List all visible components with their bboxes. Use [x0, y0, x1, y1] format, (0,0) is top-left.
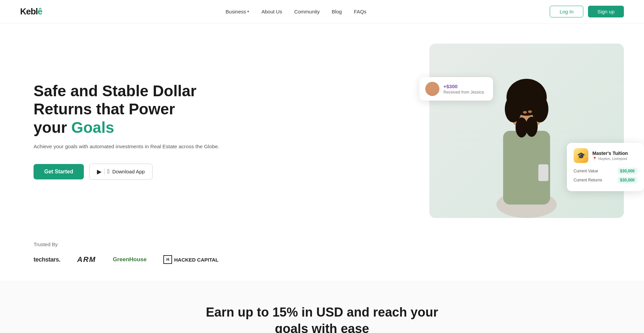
hero-actions: Get Started ▶  Download App: [34, 164, 221, 180]
current-value-row: Current Value $30,000: [574, 168, 637, 174]
woman-illustration: [470, 50, 584, 218]
notification-description: Received from Jessica: [443, 90, 484, 95]
techstars-logo: techstars.: [34, 256, 60, 263]
goal-icon: 🎓: [574, 148, 588, 163]
nav-business[interactable]: Business ▾: [226, 9, 250, 14]
nav-actions: Log In Sign up: [550, 6, 624, 17]
current-returns-label: Current Returns: [574, 178, 602, 182]
login-button[interactable]: Log In: [550, 6, 583, 17]
chevron-down-icon: ▾: [247, 9, 249, 14]
nav-blog[interactable]: Blog: [332, 9, 342, 14]
location-pin-icon: 📍: [592, 157, 597, 161]
current-returns: $30,000: [618, 177, 637, 183]
notification-amount: +$300: [443, 84, 484, 89]
bottom-title: Earn up to 15% in USD and reach your goa…: [205, 304, 439, 333]
bottom-section: Earn up to 15% in USD and reach your goa…: [0, 281, 644, 333]
hero-title: Safe and Stable Dollar Returns that Powe…: [34, 82, 221, 136]
hacked-capital-logo: H HACKED CAPITAL: [163, 255, 218, 264]
arm-logo: ARM: [77, 255, 96, 264]
hero-image-area: +$300 Received from Jessica: [429, 44, 624, 218]
current-value: $30,000: [618, 168, 637, 174]
goal-location: 📍 Huyton, Liverpool: [592, 157, 628, 161]
download-app-button[interactable]: ▶  Download App: [89, 164, 152, 180]
apple-icon: : [107, 168, 110, 175]
navbar: Keblê Business ▾ About Us Community Blog…: [0, 0, 644, 23]
greenhouse-logo: GreenHouse: [113, 256, 147, 263]
hero-image: [429, 44, 624, 218]
notification-text: +$300 Received from Jessica: [443, 84, 484, 95]
nav-about[interactable]: About Us: [261, 9, 282, 14]
nav-links: Business ▾ About Us Community Blog FAQs: [226, 9, 367, 14]
hero-subtitle: Achieve your goals with automated invest…: [34, 143, 221, 151]
goal-info: Master's Tuition 📍 Huyton, Liverpool: [592, 151, 628, 161]
svg-point-8: [526, 117, 538, 137]
trusted-logos: techstars. ARM GreenHouse H HACKED CAPIT…: [34, 255, 610, 264]
logo[interactable]: Keblê: [20, 6, 42, 17]
avatar: [425, 82, 439, 96]
goal-card: 🎓 Master's Tuition 📍 Huyton, Liverpool C…: [567, 143, 644, 191]
nav-faqs[interactable]: FAQs: [354, 9, 367, 14]
svg-point-12: [528, 110, 532, 113]
goal-card-header: 🎓 Master's Tuition 📍 Huyton, Liverpool: [574, 148, 637, 163]
hero-section: Safe and Stable Dollar Returns that Powe…: [0, 23, 644, 231]
nav-community[interactable]: Community: [294, 9, 320, 14]
svg-rect-10: [538, 164, 548, 181]
google-play-icon: ▶: [97, 168, 102, 175]
trusted-label: Trusted By: [34, 241, 610, 247]
get-started-button[interactable]: Get Started: [34, 164, 84, 179]
notification-card: +$300 Received from Jessica: [419, 77, 493, 101]
hero-content: Safe and Stable Dollar Returns that Powe…: [34, 82, 221, 180]
hacked-box-icon: H: [163, 255, 172, 264]
current-returns-row: Current Returns $30,000: [574, 177, 637, 183]
signup-button[interactable]: Sign up: [588, 6, 624, 17]
svg-point-11: [523, 111, 527, 114]
goal-title: Master's Tuition: [592, 151, 628, 156]
trusted-section: Trusted By techstars. ARM GreenHouse H H…: [0, 231, 644, 281]
divider: [104, 168, 105, 175]
current-value-label: Current Value: [574, 169, 598, 173]
